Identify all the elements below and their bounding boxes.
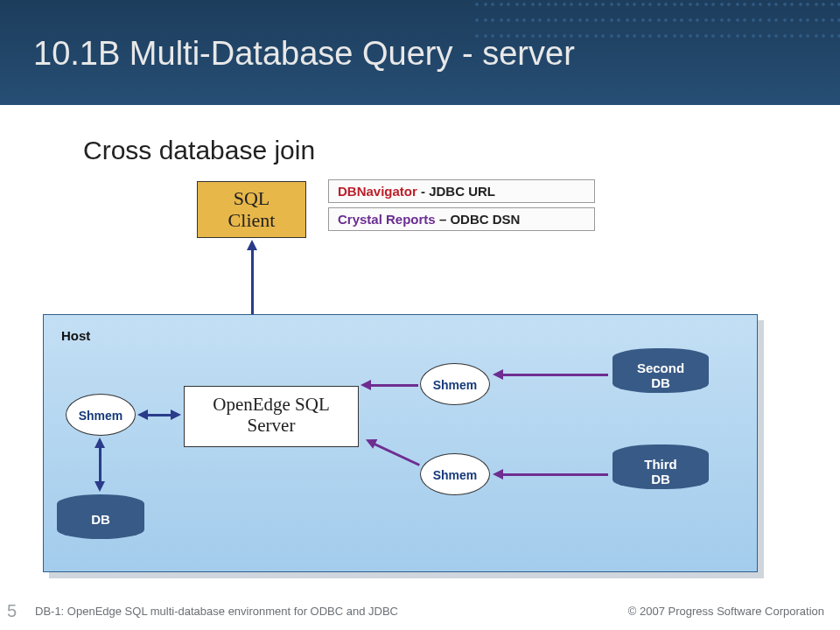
node-shmem-primary: Shmem: [66, 394, 136, 436]
third-db-l1: ThirdDB: [644, 457, 677, 486]
sql-client-line1: SQL: [234, 187, 270, 209]
node-shmem-second: Shmem: [420, 363, 490, 405]
oe-line2: Server: [248, 415, 296, 436]
title-bar: 10.1B Multi-Database Query - server: [0, 0, 840, 105]
arrow-shmem1-server: [137, 410, 181, 422]
footer-right: © 2007 Progress Software Corporation: [628, 605, 824, 618]
node-third-db: ThirdDB: [612, 444, 709, 489]
host-label: Host: [61, 328, 90, 343]
arrow-thirddb-shmem3: [493, 469, 608, 481]
page-number: 5: [7, 601, 17, 621]
slide-subtitle: Cross database join: [83, 136, 315, 165]
node-primary-db: DB: [57, 494, 144, 539]
label-dbnavigator: DBNavigator - JDBC URL: [328, 179, 595, 203]
crystal-via: – ODBC DSN: [439, 212, 521, 227]
arrow-shmem1-primarydb: [94, 438, 107, 492]
oe-line1: OpenEdge SQL: [213, 394, 330, 415]
slide: 10.1B Multi-Database Query - server Cros…: [0, 0, 840, 630]
footer-left: DB-1: OpenEdge SQL multi-database enviro…: [35, 605, 398, 618]
node-second-db: SecondDB: [612, 348, 709, 393]
node-openedge-server: OpenEdge SQL Server: [184, 386, 359, 447]
arrow-seconddb-shmem2: [493, 369, 608, 382]
sql-client-line2: Client: [228, 209, 276, 231]
slide-title: 10.1B Multi-Database Query - server: [33, 35, 575, 73]
node-shmem-third: Shmem: [420, 453, 490, 495]
node-sql-client: SQL Client: [197, 181, 306, 238]
primary-db-label: DB: [91, 512, 110, 527]
label-crystal: Crystal Reports – ODBC DSN: [328, 207, 595, 231]
dbnav-name: DBNavigator: [338, 184, 417, 199]
crystal-name: Crystal Reports: [338, 212, 436, 227]
dbnav-via: - JDBC URL: [421, 184, 495, 199]
arrow-shmem2-server: [360, 380, 418, 392]
second-db-l1: SecondDB: [637, 360, 684, 390]
